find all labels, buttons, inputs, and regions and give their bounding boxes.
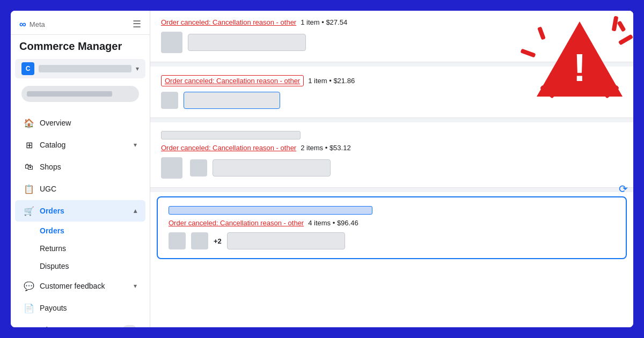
product-thumbnail <box>169 232 186 249</box>
product-thumbnail <box>191 232 208 249</box>
product-name-bar <box>227 232 345 249</box>
order-info-4: 4 items • $96.46 <box>308 219 358 227</box>
order-status-2[interactable]: Order canceled: Cancellation reason - ot… <box>161 75 304 86</box>
inbox-badge: 12 <box>122 325 137 327</box>
product-thumbnail <box>161 32 182 53</box>
sidebar-item-shops[interactable]: 🛍 Shops <box>15 156 145 178</box>
account-selector[interactable]: C ▾ <box>15 59 145 78</box>
sidebar-item-label: Customer feedback <box>40 282 128 290</box>
sidebar-subitem-label: Returns <box>40 244 66 253</box>
product-thumbnail <box>190 159 207 177</box>
order-info-2: 1 item • $21.86 <box>308 77 355 85</box>
catalog-icon: ⊞ <box>24 139 34 150</box>
sidebar-item-label: Catalog <box>40 141 128 149</box>
order-top-bar-4 <box>169 206 372 215</box>
main-content: Order canceled: Cancellation reason - ot… <box>150 11 633 327</box>
sidebar-item-ugc[interactable]: 📋 UGC <box>15 178 145 200</box>
order-info-1: 1 item • $27.54 <box>301 18 347 26</box>
section-divider <box>150 188 633 192</box>
order-header-4: Order canceled: Cancellation reason - ot… <box>169 219 615 227</box>
order-card-4: Order canceled: Cancellation reason - ot… <box>157 196 627 259</box>
meta-logo-icon: ∞ <box>19 19 26 30</box>
order-top-bar-3 <box>161 131 301 139</box>
sidebar-item-label: Overview <box>40 119 137 127</box>
meta-logo: ∞ Meta <box>19 19 45 30</box>
warning-exclamation-icon: ! <box>573 48 586 87</box>
product-name-bar <box>188 34 306 51</box>
search-bar[interactable] <box>21 86 139 102</box>
product-name-bar <box>184 92 280 109</box>
hamburger-icon[interactable]: ☰ <box>133 18 141 30</box>
scroll-icon[interactable]: ⟳ <box>619 182 628 195</box>
app-container: ∞ Meta ☰ Commerce Manager C ▾ 🏠 Overview <box>11 11 633 327</box>
ray-icon <box>537 26 546 40</box>
sidebar-item-overview[interactable]: 🏠 Overview <box>15 112 145 134</box>
extra-count-badge: +2 <box>214 237 222 245</box>
warning-overlay: ! <box>537 21 623 97</box>
sidebar-item-payouts[interactable]: 📄 Payouts <box>15 297 145 319</box>
search-placeholder <box>27 91 112 97</box>
account-name-bar <box>39 65 131 72</box>
orders-icon: 🛒 <box>24 205 34 216</box>
feedback-icon: 💬 <box>24 281 34 291</box>
ray-icon <box>540 85 555 98</box>
order-header-3: Order canceled: Cancellation reason - ot… <box>161 144 623 152</box>
order-status-1[interactable]: Order canceled: Cancellation reason - ot… <box>161 18 296 26</box>
order-card-3: Order canceled: Cancellation reason - ot… <box>150 122 633 188</box>
sidebar-subitem-orders[interactable]: Orders <box>15 222 145 239</box>
chevron-icon: ▾ <box>134 141 137 149</box>
sidebar-subitem-returns[interactable]: Returns <box>15 240 145 257</box>
sidebar-item-label: UGC <box>40 185 137 193</box>
sidebar-item-label: Inbox <box>40 326 117 327</box>
product-name-bar <box>213 159 331 177</box>
order-status-4[interactable]: Order canceled: Cancellation reason - ot… <box>169 219 304 227</box>
sidebar-item-label: Orders <box>40 207 128 215</box>
avatar: C <box>21 62 34 75</box>
order-products-3 <box>161 157 623 179</box>
sidebar-subitem-disputes[interactable]: Disputes <box>15 258 145 275</box>
home-icon: 🏠 <box>24 117 34 128</box>
sidebar-item-orders[interactable]: 🛒 Orders ▴ <box>15 200 145 222</box>
chevron-icon: ▾ <box>134 282 137 290</box>
sidebar-subitem-label: Disputes <box>40 262 69 270</box>
shops-icon: 🛍 <box>24 161 34 172</box>
warning-triangle: ! <box>537 21 623 97</box>
ray-icon <box>604 85 619 98</box>
sidebar-item-label: Shops <box>40 163 137 171</box>
product-thumbnail <box>161 157 182 179</box>
sidebar-subitem-label: Orders <box>40 226 64 235</box>
app-title: Commerce Manager <box>11 35 150 57</box>
sidebar-item-catalog[interactable]: ⊞ Catalog ▾ <box>15 134 145 156</box>
payouts-icon: 📄 <box>24 303 34 313</box>
order-status-3[interactable]: Order canceled: Cancellation reason - ot… <box>161 144 296 152</box>
meta-label: Meta <box>30 20 45 28</box>
sidebar-header: ∞ Meta ☰ <box>11 11 150 35</box>
product-thumbnail <box>161 92 178 109</box>
chevron-down-icon: ▾ <box>136 65 139 72</box>
order-info-3: 2 items • $53.12 <box>301 144 350 152</box>
chevron-up-icon: ▴ <box>134 207 137 215</box>
sidebar-nav: 🏠 Overview ⊞ Catalog ▾ 🛍 Shops 📋 UGC 🛒 O… <box>11 107 150 327</box>
inbox-icon: ✉ <box>24 325 34 327</box>
section-divider <box>150 118 633 122</box>
sidebar-item-inbox[interactable]: ✉ Inbox 12 <box>15 319 145 327</box>
sidebar-search-area <box>15 83 145 105</box>
sidebar-item-customer-feedback[interactable]: 💬 Customer feedback ▾ <box>15 275 145 297</box>
order-products-4: +2 <box>169 232 615 249</box>
sidebar-item-label: Payouts <box>40 304 137 312</box>
ugc-icon: 📋 <box>24 183 34 194</box>
sidebar: ∞ Meta ☰ Commerce Manager C ▾ 🏠 Overview <box>11 11 150 327</box>
